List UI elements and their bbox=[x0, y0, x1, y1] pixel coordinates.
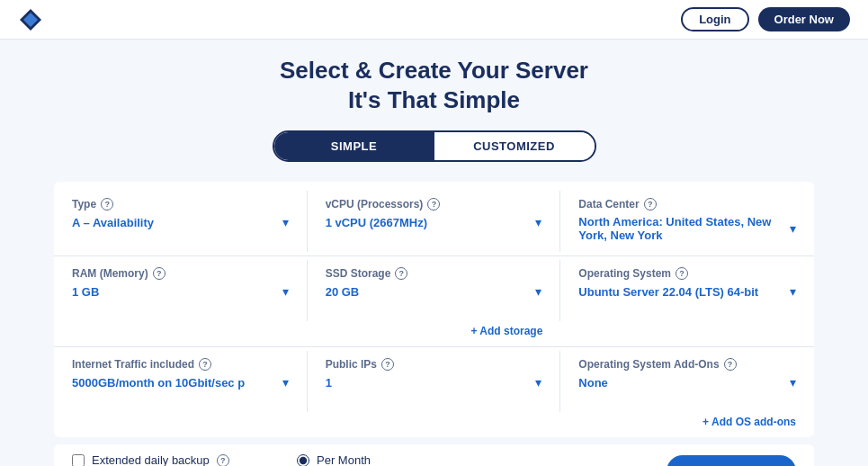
bottom-section: Extended daily backup ? Fully managed se… bbox=[54, 444, 814, 466]
public-ips-help-icon[interactable]: ? bbox=[381, 358, 394, 371]
public-ips-select-row[interactable]: 1 ▾ bbox=[326, 375, 542, 390]
spacer-1 bbox=[54, 321, 308, 325]
page-title-line2: It's That Simple bbox=[348, 86, 520, 113]
os-addons-select-row[interactable]: None ▾ bbox=[578, 375, 796, 390]
divider-1 bbox=[54, 255, 814, 256]
internet-section: Internet Traffic included ? 5000GB/month… bbox=[54, 351, 308, 412]
internet-select-row[interactable]: 5000GB/month on 10Gbit/sec p ▾ bbox=[72, 375, 289, 390]
os-addons-chevron-icon[interactable]: ▾ bbox=[790, 375, 796, 390]
vcpu-help-icon[interactable]: ? bbox=[427, 198, 440, 211]
ssd-label: SSD Storage bbox=[326, 267, 391, 280]
ssd-help-icon[interactable]: ? bbox=[395, 267, 407, 280]
os-select-row[interactable]: Ubuntu Server 22.04 (LTS) 64-bit ▾ bbox=[578, 284, 796, 299]
add-os-addons-link[interactable]: + Add OS add-ons bbox=[702, 416, 796, 428]
extended-backup-checkbox[interactable] bbox=[72, 454, 85, 467]
public-ips-value: 1 bbox=[326, 376, 531, 390]
per-month-label: Per Month bbox=[317, 453, 371, 466]
datacenter-chevron-icon[interactable]: ▾ bbox=[790, 221, 796, 236]
form-grid: Type ? A – Availability ▾ vCPU (Processo… bbox=[54, 182, 814, 437]
public-ips-section: Public IPs ? 1 ▾ bbox=[308, 351, 561, 412]
add-os-row: + Add OS add-ons bbox=[560, 412, 814, 434]
main-content: Select & Create Your Server It's That Si… bbox=[0, 40, 868, 466]
ram-chevron-icon[interactable]: ▾ bbox=[282, 284, 289, 299]
vcpu-value: 1 vCPU (2667MHz) bbox=[326, 216, 531, 229]
type-chevron-icon[interactable]: ▾ bbox=[282, 215, 289, 229]
simple-toggle-button[interactable]: SIMPLE bbox=[274, 132, 434, 160]
os-addons-label: Operating System Add-Ons bbox=[578, 358, 719, 371]
spacer-2 bbox=[560, 321, 814, 325]
order-btn-col: Order Now bbox=[450, 453, 796, 466]
internet-label: Internet Traffic included bbox=[72, 358, 194, 371]
logo-icon bbox=[18, 7, 43, 32]
vcpu-label-row: vCPU (Processors) ? bbox=[326, 198, 542, 211]
per-month-radio[interactable] bbox=[297, 454, 309, 467]
ssd-chevron-icon[interactable]: ▾ bbox=[535, 284, 541, 299]
datacenter-select-row[interactable]: North America: United States, New York, … bbox=[578, 215, 796, 242]
ssd-label-row: SSD Storage ? bbox=[326, 267, 542, 280]
top-nav: Login Order Now bbox=[0, 0, 868, 40]
datacenter-label-row: Data Center ? bbox=[578, 198, 796, 211]
extended-backup-help-icon[interactable]: ? bbox=[217, 454, 229, 467]
vcpu-chevron-icon[interactable]: ▾ bbox=[535, 215, 541, 229]
type-label: Type bbox=[72, 198, 96, 211]
type-help-icon[interactable]: ? bbox=[101, 198, 113, 211]
type-section: Type ? A – Availability ▾ bbox=[54, 191, 308, 252]
os-section: Operating System ? Ubuntu Server 22.04 (… bbox=[560, 260, 814, 321]
os-label-row: Operating System ? bbox=[578, 267, 796, 280]
datacenter-label: Data Center bbox=[578, 198, 639, 211]
extended-backup-row: Extended daily backup ? bbox=[72, 453, 270, 466]
internet-value: 5000GB/month on 10Gbit/sec p bbox=[72, 376, 277, 390]
toggle-container: SIMPLE CUSTOMIZED bbox=[54, 130, 814, 162]
ssd-section: SSD Storage ? 20 GB ▾ bbox=[308, 260, 561, 321]
vcpu-select-row[interactable]: 1 vCPU (2667MHz) ▾ bbox=[326, 215, 542, 229]
public-ips-label-row: Public IPs ? bbox=[326, 358, 542, 371]
spacer-3 bbox=[54, 412, 560, 416]
order-now-nav-button[interactable]: Order Now bbox=[758, 7, 850, 31]
page-title-line1: Select & Create Your Server bbox=[280, 57, 588, 84]
checkboxes-col: Extended daily backup ? Fully managed se… bbox=[72, 453, 270, 466]
login-button[interactable]: Login bbox=[681, 7, 748, 31]
internet-label-row: Internet Traffic included ? bbox=[72, 358, 289, 371]
os-addons-section: Operating System Add-Ons ? None ▾ bbox=[560, 351, 814, 412]
logo bbox=[18, 7, 43, 32]
add-storage-link[interactable]: + Add storage bbox=[470, 325, 542, 337]
billing-radio-col: Per Month Per Hour bbox=[270, 453, 450, 466]
datacenter-section: Data Center ? North America: United Stat… bbox=[560, 191, 814, 252]
ssd-select-row[interactable]: 20 GB ▾ bbox=[326, 284, 542, 299]
type-label-row: Type ? bbox=[72, 198, 289, 211]
divider-2 bbox=[54, 346, 814, 347]
customized-toggle-button[interactable]: CUSTOMIZED bbox=[434, 132, 595, 160]
type-value: A – Availability bbox=[72, 216, 277, 229]
vcpu-section: vCPU (Processors) ? 1 vCPU (2667MHz) ▾ bbox=[308, 191, 561, 252]
os-help-icon[interactable]: ? bbox=[676, 267, 688, 280]
internet-chevron-icon[interactable]: ▾ bbox=[282, 375, 289, 390]
ram-help-icon[interactable]: ? bbox=[153, 267, 166, 280]
ram-section: RAM (Memory) ? 1 GB ▾ bbox=[54, 260, 308, 321]
datacenter-value: North America: United States, New York, … bbox=[578, 215, 784, 242]
add-storage-row: + Add storage bbox=[308, 321, 561, 343]
datacenter-help-icon[interactable]: ? bbox=[644, 198, 657, 211]
os-addons-help-icon[interactable]: ? bbox=[724, 358, 737, 371]
ram-label: RAM (Memory) bbox=[72, 267, 148, 280]
internet-help-icon[interactable]: ? bbox=[199, 358, 211, 371]
per-month-row: Per Month bbox=[297, 453, 450, 466]
public-ips-chevron-icon[interactable]: ▾ bbox=[535, 375, 541, 390]
ram-label-row: RAM (Memory) ? bbox=[72, 267, 289, 280]
os-addons-label-row: Operating System Add-Ons ? bbox=[578, 358, 796, 371]
os-chevron-icon[interactable]: ▾ bbox=[790, 284, 796, 299]
type-select-row[interactable]: A – Availability ▾ bbox=[72, 215, 289, 229]
extended-backup-label: Extended daily backup bbox=[92, 453, 210, 466]
ssd-value: 20 GB bbox=[326, 285, 531, 299]
page-heading: Select & Create Your Server It's That Si… bbox=[54, 56, 814, 114]
os-value: Ubuntu Server 22.04 (LTS) 64-bit bbox=[578, 285, 784, 299]
vcpu-label: vCPU (Processors) bbox=[326, 198, 424, 211]
os-label: Operating System bbox=[578, 267, 671, 280]
public-ips-label: Public IPs bbox=[326, 358, 377, 371]
nav-buttons: Login Order Now bbox=[681, 7, 850, 31]
ram-value: 1 GB bbox=[72, 285, 277, 299]
order-now-button[interactable]: Order Now bbox=[667, 455, 796, 466]
toggle-wrapper: SIMPLE CUSTOMIZED bbox=[273, 130, 596, 162]
ram-select-row[interactable]: 1 GB ▾ bbox=[72, 284, 289, 299]
os-addons-value: None bbox=[578, 376, 784, 390]
